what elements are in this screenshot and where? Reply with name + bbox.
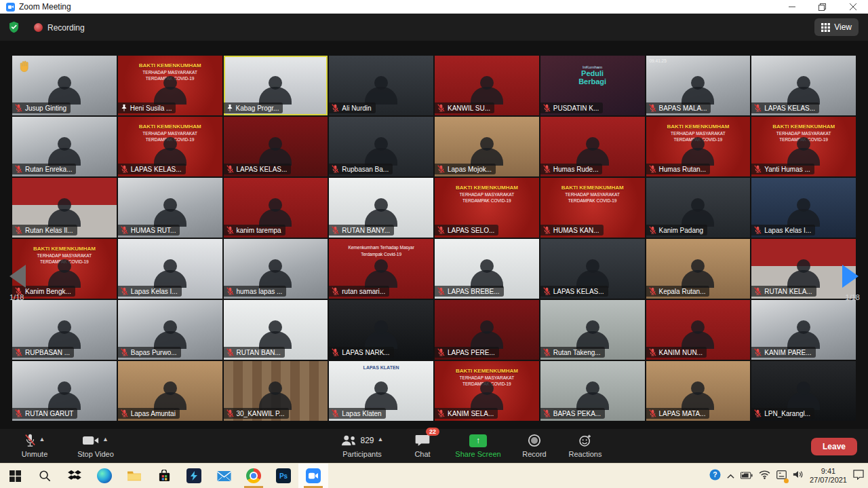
participant-tile[interactable]: 09.41.25BAPAS MALA... xyxy=(646,56,751,115)
participant-tile[interactable]: BAKTI KEMENKUMHAMTERHADAP MASYARAKATTERD… xyxy=(646,117,751,176)
file-explorer-icon[interactable] xyxy=(119,464,149,488)
video-options-chevron[interactable]: ▲ xyxy=(102,436,108,443)
participant-name: PUSDATIN K... xyxy=(553,105,599,112)
encryption-shield-icon[interactable] xyxy=(8,21,20,36)
view-button[interactable]: View xyxy=(814,18,859,36)
participant-name: Jusup Ginting xyxy=(25,105,66,112)
participant-name: Lapas Klaten xyxy=(342,410,381,417)
participant-nametag: LAPAS KELAS... xyxy=(751,102,819,113)
participant-tile[interactable]: KANIM NUN... xyxy=(646,300,751,360)
participant-tile[interactable]: Rutan Takeng... xyxy=(540,300,645,360)
lightning-app-icon[interactable] xyxy=(179,464,209,488)
participant-tile[interactable]: humas lapas ... xyxy=(224,239,328,299)
participant-tile[interactable]: LAPAS BREBE... xyxy=(435,239,539,299)
participant-nametag: LAPAS SELO... xyxy=(435,225,498,236)
chrome-browser-icon[interactable] xyxy=(239,464,269,488)
participants-button[interactable]: 829 ▲ Participants xyxy=(328,432,396,458)
participant-nametag: HUMAS RUT... xyxy=(118,225,180,236)
participant-nametag: Kabag Progr... xyxy=(224,102,283,113)
edge-browser-icon[interactable] xyxy=(90,464,119,488)
participant-tile[interactable]: Jusup Ginting xyxy=(12,56,117,115)
participant-tile[interactable]: RUPBASAN ... xyxy=(12,300,117,360)
minimize-button[interactable] xyxy=(776,0,807,14)
share-screen-button[interactable]: ↑ Share Screen xyxy=(446,432,510,458)
close-button[interactable] xyxy=(837,0,868,14)
participant-tile[interactable]: HUMAS RUT... xyxy=(118,178,222,238)
stop-video-button[interactable]: ▲ Stop Video xyxy=(65,432,126,458)
participant-tile[interactable]: BAKTI KEMENKUMHAMTERHADAP MASYARAKATTERD… xyxy=(12,239,117,299)
microsoft-store-icon[interactable] xyxy=(149,464,179,488)
participant-tile[interactable]: Rupbasan Ba... xyxy=(329,117,433,176)
participant-tile[interactable]: LAPAS KELAS... xyxy=(540,239,645,299)
search-icon[interactable] xyxy=(30,464,60,488)
restore-button[interactable] xyxy=(807,0,837,14)
participant-tile[interactable]: BAKTI KEMENKUMHAMTERHADAP MASYARAKATTERD… xyxy=(118,56,222,115)
previous-page-arrow[interactable] xyxy=(9,265,26,288)
participant-tile[interactable]: Lapas Mojok... xyxy=(435,117,539,176)
participant-tile[interactable]: LAPAS MATA... xyxy=(646,361,751,421)
participant-tile[interactable]: BAPAS PEKA... xyxy=(540,361,645,421)
participant-tile[interactable]: RUTAN GARUT xyxy=(12,361,117,421)
recording-indicator-icon[interactable] xyxy=(34,23,43,32)
participant-tile[interactable]: Lapas Kelas I... xyxy=(751,178,856,238)
action-center-icon[interactable] xyxy=(853,470,864,483)
record-label: Record xyxy=(522,450,546,458)
tray-chevron-up-icon[interactable] xyxy=(727,470,734,482)
reactions-button[interactable]: Reactions xyxy=(560,432,610,458)
dropbox-icon[interactable] xyxy=(60,464,90,488)
participant-tile[interactable]: 30_KANWIL P... xyxy=(224,361,328,421)
participant-tile[interactable]: Kanim Padang xyxy=(646,178,751,238)
participant-tile[interactable]: LAPAS PERE... xyxy=(435,300,539,360)
participant-nametag: Lapas Mojok... xyxy=(435,164,496,174)
unmute-button[interactable]: ▲ Unmute xyxy=(9,432,60,458)
participant-tile[interactable]: RUTAN BAN... xyxy=(224,300,328,360)
participant-tile[interactable]: BAKTI KEMENKUMHAMTERHADAP MASYARAKATTERD… xyxy=(540,178,645,238)
participant-tile[interactable]: BAKTI KEMENKUMHAMTERHADAP MASYARAKATTERD… xyxy=(118,117,222,176)
participant-tile[interactable]: BAKTI KEMENKUMHAMTERHADAP MASYARAKATTERD… xyxy=(751,117,856,176)
participant-tile[interactable]: Bapas Purwo... xyxy=(118,300,222,360)
participant-tile[interactable]: LAPAS KELAS... xyxy=(751,56,856,115)
next-page-arrow[interactable] xyxy=(842,265,859,288)
participant-tile[interactable]: InKumhamPeduliBerbagiPUSDATIN K... xyxy=(540,56,645,115)
participant-tile[interactable]: Rutan Enreka... xyxy=(12,117,117,176)
photoshop-icon[interactable]: Ps xyxy=(269,464,298,488)
participants-options-chevron[interactable]: ▲ xyxy=(378,436,384,443)
participant-tile[interactable]: Lapas Kelas I... xyxy=(118,239,222,299)
microphone-muted-icon xyxy=(24,434,36,447)
participant-tile[interactable]: Ali Nurdin xyxy=(329,56,433,115)
battery-icon[interactable] xyxy=(741,470,753,482)
participant-tile[interactable]: LAPAS KELAS... xyxy=(224,117,328,176)
mic-muted-icon xyxy=(226,348,234,356)
participant-nametag: Lapas Klaten xyxy=(329,408,385,419)
start-button-icon[interactable] xyxy=(0,464,30,488)
participant-tile[interactable]: LAPAS NARK... xyxy=(329,300,433,360)
taskbar-clock[interactable]: 9:41 27/07/2021 xyxy=(810,467,847,485)
mail-app-icon[interactable] xyxy=(209,464,239,488)
help-tray-icon[interactable]: ? xyxy=(709,469,721,483)
participant-tile[interactable]: Lapas Amuntai xyxy=(118,361,222,421)
participant-tile[interactable]: LPN_Karangl... xyxy=(751,361,856,421)
participant-tile[interactable]: RUTAN BANY... xyxy=(329,178,433,238)
participant-tile[interactable]: Kabag Progr... xyxy=(224,56,328,115)
input-indicator-icon[interactable] xyxy=(776,470,787,482)
participant-name: humas lapas ... xyxy=(237,288,283,295)
participant-tile[interactable]: Kepala Rutan... xyxy=(646,239,751,299)
participant-tile[interactable]: kanim tarempa xyxy=(224,178,328,238)
volume-icon[interactable] xyxy=(793,470,804,482)
participant-tile[interactable]: BAKTI KEMENKUMHAMTERHADAP MASYARAKATTERD… xyxy=(435,178,539,238)
chat-unread-badge: 22 xyxy=(426,428,439,436)
participant-tile[interactable]: KANIM PARE... xyxy=(751,300,856,360)
participant-tile[interactable]: KANWIL SU... xyxy=(435,56,539,115)
participant-tile[interactable]: Humas Rude... xyxy=(540,117,645,176)
leave-button[interactable]: Leave xyxy=(811,438,857,455)
zoom-taskbar-icon[interactable] xyxy=(298,464,328,488)
unmute-options-chevron[interactable]: ▲ xyxy=(39,436,45,443)
participant-tile[interactable]: LAPAS KLATENLapas Klaten xyxy=(329,361,433,421)
participant-tile[interactable]: Kemenkumham Terhadap MasyarTerdampak Cov… xyxy=(329,239,433,299)
participant-tile[interactable]: BAKTI KEMENKUMHAMTERHADAP MASYARAKATTERD… xyxy=(435,361,539,421)
chat-button[interactable]: 22 Chat xyxy=(406,432,439,458)
participant-tile[interactable]: Rutan Kelas Il... xyxy=(12,178,117,238)
participant-tile[interactable]: RUTAN KELA... xyxy=(751,239,856,299)
record-button[interactable]: Record xyxy=(517,432,552,458)
wifi-icon[interactable] xyxy=(759,470,770,482)
